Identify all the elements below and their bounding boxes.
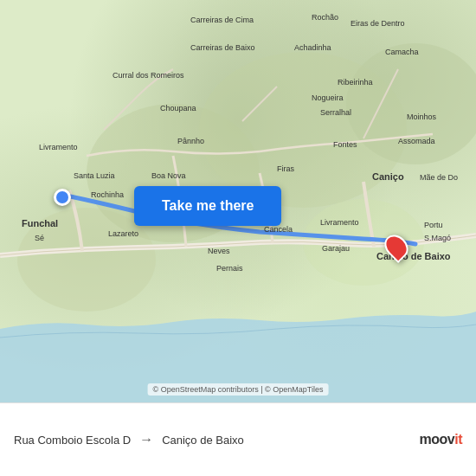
map-label-nogueira: Nogueira	[312, 93, 344, 102]
map-label-pernais: Pernais	[216, 264, 243, 273]
map-label-ribeirinha: Ribeirinha	[338, 78, 373, 87]
map-attribution: © OpenStreetMap contributors | © OpenMap…	[148, 383, 329, 396]
map-label-eiras-de-dentro: Eiras de Dentro	[351, 19, 405, 28]
moovit-brand-text: moovit	[420, 432, 462, 447]
map-label-caniço: Caniço	[372, 171, 404, 182]
map-label-carreiras-de-cima: Carreiras de Cima	[190, 16, 254, 24]
map-label-assomada: Assomada	[398, 137, 435, 145]
destination-marker	[386, 234, 407, 260]
map-label-cancela: Cancela	[264, 225, 293, 234]
map-container: Carreiras de CimaRochãoEiras de DentroAc…	[0, 0, 476, 402]
route-arrow: →	[139, 432, 153, 447]
map-label-rochinha: Rochinha	[91, 190, 124, 199]
map-label-fontes: Fontes	[333, 140, 357, 149]
map-label-funchal: Funchal	[22, 218, 58, 228]
map-label-rochao: Rochão	[312, 13, 338, 22]
map-label-porto: Portu	[424, 221, 443, 229]
map-label-achadinha: Achadinha	[294, 43, 331, 52]
map-label-firas: Firas	[277, 164, 294, 173]
map-label-neves: Neves	[208, 247, 230, 255]
map-label-santa-luzia: Santa Luzia	[74, 171, 115, 180]
map-label-moinhos: Moinhos	[407, 113, 436, 121]
map-label-se: Sé	[35, 234, 44, 242]
map-label-garajau: Garajau	[322, 244, 350, 253]
map-label-choupana: Choupana	[160, 104, 196, 113]
map-label-s-mago: S.Magó	[424, 234, 451, 242]
map-label-livramento2: Livramento	[320, 218, 359, 227]
map-label-livramento: Livramento	[39, 143, 78, 151]
map-label-pannho: Pânnho	[177, 137, 204, 145]
map-label-lazareto: Lazareto	[108, 229, 138, 238]
route-to: Caniço de Baixo	[162, 434, 244, 447]
map-label-mae-de-do: Mãe de Do	[420, 173, 458, 182]
moovit-logo: moovit	[420, 432, 462, 447]
map-label-serralhal: Serralhal	[320, 108, 351, 117]
map-label-camacha: Camacha	[385, 48, 419, 56]
bottom-bar: Rua Comboio Escola D → Caniço de Baixo m…	[0, 402, 476, 476]
map-label-carreiras-de-baixo: Carreiras de Baixo	[190, 43, 255, 52]
take-me-there-button[interactable]: Take me there	[134, 186, 281, 226]
origin-marker	[54, 189, 71, 206]
map-label-curral-dos-romeiros: Curral dos Romeiros	[113, 71, 184, 80]
map-label-boa-nova: Boa Nova	[151, 171, 186, 180]
route-from: Rua Comboio Escola D	[14, 434, 131, 447]
